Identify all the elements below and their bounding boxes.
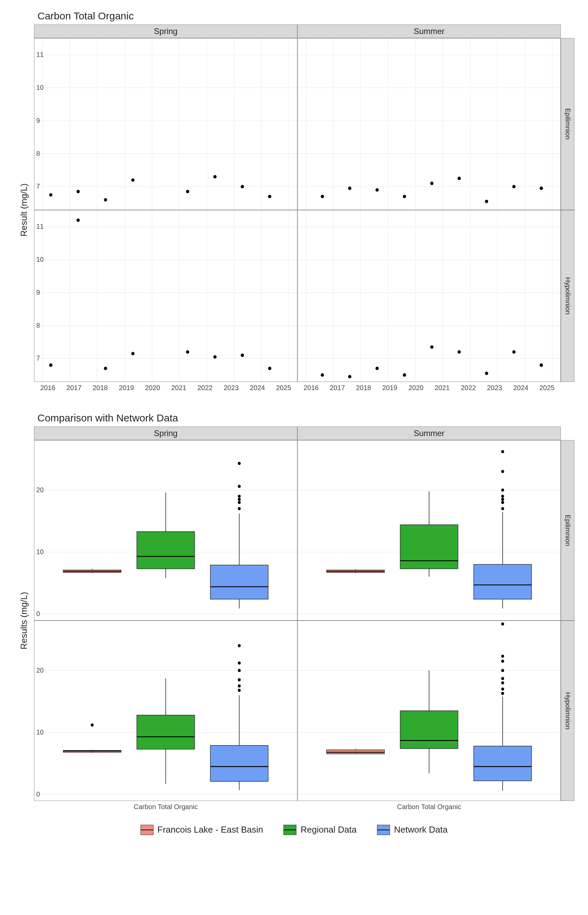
svg-point-77 [213,355,217,359]
svg-point-21 [77,190,80,193]
svg-point-145 [501,498,504,501]
svg-text:8: 8 [36,149,40,157]
svg-point-146 [501,495,504,498]
panel-spring-epi-1: 7891011 [34,38,297,210]
legend-swatch-francois [141,825,153,835]
svg-text:8: 8 [36,321,40,329]
chart1-xticks: 2016201720182019202020212022202320242025… [14,382,574,392]
svg-point-51 [540,186,543,190]
legend-label-francois: Francois Lake - East Basin [158,824,263,835]
svg-point-149 [501,450,504,453]
strip-hypo-2: Hypolimnion [561,621,574,801]
strip-summer-1: Summer [297,24,561,38]
panel-spring-hypo-1: 7891011 [34,210,297,382]
legend-item-regional: Regional Data [283,824,357,835]
svg-text:20: 20 [36,666,44,674]
chart2-xticks: Carbon Total Organic Carbon Total Organi… [14,801,574,811]
svg-point-125 [238,495,241,498]
panel-spring-epi-2: 01020 [34,440,297,621]
svg-point-49 [485,200,488,203]
svg-point-169 [238,689,241,692]
svg-point-160 [90,723,94,726]
chart2-ylabel: Results (mg/L) [14,440,34,801]
svg-point-72 [49,364,52,367]
legend-label-network: Network Data [394,824,448,835]
svg-text:10: 10 [36,255,44,263]
panel-summer-hypo-2 [297,621,561,801]
svg-point-124 [238,498,241,501]
svg-text:0: 0 [36,790,40,798]
strip-hypo-1: Hypolimnion [561,210,574,382]
strip-spring-1: Spring [34,24,297,38]
svg-point-26 [241,185,244,188]
chart2-title: Comparison with Network Data [37,412,574,424]
chart2-grid: Spring Summer Results (mg/L) 01020 Epili… [14,427,574,801]
svg-rect-137 [400,525,458,569]
chart1-title: Carbon Total Organic [37,10,574,22]
svg-point-46 [403,195,406,198]
legend-item-francois: Francois Lake - East Basin [141,824,263,835]
strip-epi-1: Epilimnion [561,38,574,210]
svg-point-197 [501,622,504,626]
svg-point-95 [321,373,324,377]
svg-rect-120 [210,565,268,599]
svg-text:11: 11 [36,223,44,230]
svg-point-194 [501,669,504,672]
svg-point-102 [512,350,515,354]
svg-point-144 [501,501,504,504]
svg-point-173 [238,661,241,664]
panel-spring-hypo-2: 01020 [34,621,297,801]
svg-point-196 [501,655,504,658]
svg-point-23 [131,178,135,182]
legend-item-network: Network Data [377,824,448,835]
svg-point-122 [238,507,241,510]
svg-point-43 [321,195,324,198]
svg-point-143 [501,507,504,510]
svg-point-195 [501,660,504,663]
svg-point-193 [501,677,504,680]
svg-point-50 [512,185,515,188]
svg-point-126 [238,485,241,488]
svg-point-148 [501,470,504,473]
svg-point-171 [238,678,241,681]
svg-point-73 [77,218,80,222]
svg-point-192 [501,681,504,684]
chart1-ylabel: Result (mg/L) [14,38,34,382]
svg-point-48 [458,177,461,180]
legend-label-regional: Regional Data [300,824,357,835]
svg-point-44 [348,186,352,190]
xcat-2: Carbon Total Organic [298,803,560,811]
svg-point-97 [375,367,379,370]
svg-text:10: 10 [36,728,44,736]
svg-text:7: 7 [36,183,40,190]
svg-point-76 [186,350,189,354]
svg-text:0: 0 [36,609,40,618]
svg-point-74 [104,367,107,370]
panel-summer-epi-1 [297,38,561,210]
svg-point-22 [104,198,107,202]
svg-point-47 [430,182,433,185]
svg-rect-184 [400,711,458,748]
chart1-grid: Spring Summer Result (mg/L) 7891011 Epil… [14,24,574,382]
legend-swatch-network [377,825,390,835]
svg-rect-180 [327,750,384,754]
xcat-1: Carbon Total Organic [35,803,297,811]
svg-point-25 [213,175,217,178]
svg-rect-167 [210,745,268,782]
strip-epi-2: Epilimnion [561,440,574,621]
svg-point-101 [485,372,488,375]
svg-text:10: 10 [36,84,44,91]
svg-rect-163 [137,715,195,749]
svg-point-170 [238,685,241,688]
svg-point-123 [238,501,241,504]
svg-point-79 [268,367,271,370]
svg-point-174 [238,644,241,647]
svg-point-24 [186,190,189,193]
svg-point-127 [238,462,241,465]
panel-summer-epi-2 [297,440,561,621]
svg-rect-188 [474,746,531,781]
svg-point-45 [375,188,379,192]
legend-swatch-regional [283,825,296,835]
svg-rect-116 [137,532,195,569]
svg-text:10: 10 [36,548,44,556]
